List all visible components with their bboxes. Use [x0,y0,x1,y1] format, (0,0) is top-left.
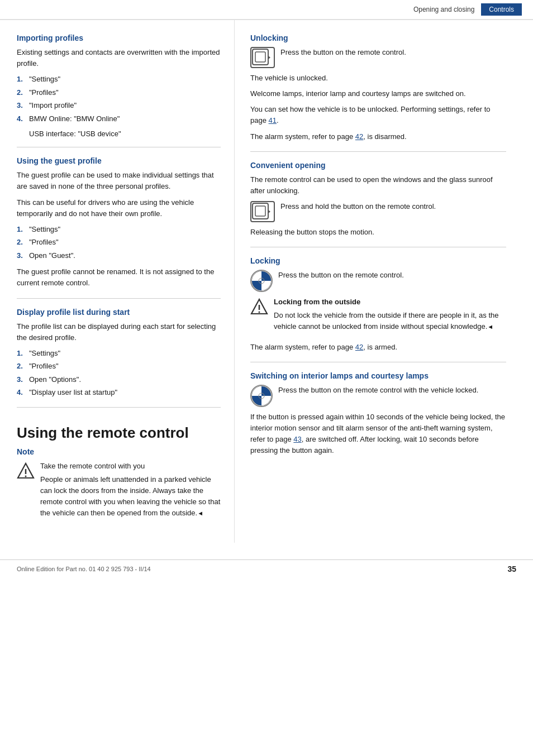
unlocking-body2: Welcome lamps, interior lamp and courtes… [250,88,506,99]
main-content: Importing profiles Existing settings and… [0,20,533,543]
interior-lamps-section: Switching on interior lamps and courtesy… [250,371,506,457]
svg-rect-7 [255,206,265,216]
list-item: 2."Profiles" [17,87,221,98]
svg-point-13 [259,312,260,313]
divider [17,298,221,299]
svg-marker-5 [268,55,270,60]
svg-point-2 [25,475,27,477]
footer-page: 35 [507,564,516,573]
list-item: 1."Settings" [17,224,221,235]
guest-profile-body1: The guest profile can be used to make in… [17,170,221,192]
unlocking-body3: You can set how the vehicle is to be unl… [250,104,506,126]
remote-unlock-icon [250,47,275,68]
locking-warning-content: Locking from the outside Do not lock the… [274,296,506,337]
convenient-opening-icon-row: Press and hold the button on the remote … [250,201,506,222]
locking-body: The alarm system, refer to page 42, is a… [250,342,506,353]
unlocking-body1: The vehicle is unlocked. [250,73,506,84]
convenient-opening-body2: Releasing the button stops the motion. [250,227,506,238]
back-triangle: ◄ [197,510,203,516]
interior-lamps-icon-row: Press the button on the remote control w… [250,385,506,407]
interior-lamps-body: If the button is pressed again within 10… [250,412,506,457]
back-triangle: ◄ [487,323,493,330]
unlocking-body4: The alarm system, refer to page 42, is d… [250,131,506,142]
top-navigation: Opening and closing Controls [0,0,533,20]
note-section: Note Take the remote control with you Pe… [17,447,221,524]
locking-warning-icon [250,298,268,315]
importing-profiles-substep: USB interface: "USB device" [17,130,221,138]
guest-profile-list: 1."Settings" 2."Profiles" 3.Open "Guest"… [17,224,221,261]
importing-profiles-heading: Importing profiles [17,34,221,42]
warning-icon [17,462,35,480]
bmw-roundel-icon [250,270,273,292]
right-column: Unlocking Press the button on the remote… [235,20,520,543]
unlocking-instruction: Press the button on the remote control. [280,47,406,58]
interior-lamps-instruction: Press the button on the remote control w… [278,385,478,396]
locking-section: Locking Press the button on the remote c… [250,256,506,353]
divider [17,147,221,147]
list-item: 2."Profiles" [17,361,221,372]
guest-profile-note: The guest profile cannot be renamed. It … [17,266,221,289]
locking-heading: Locking [250,256,506,265]
locking-warning-title: Locking from the outside [274,296,506,308]
divider [250,247,506,247]
link-page-42b[interactable]: 42 [355,343,363,351]
importing-profiles-section: Importing profiles Existing settings and… [17,34,221,138]
interior-lamps-heading: Switching on interior lamps and courtesy… [250,371,506,380]
remote-control-heading: Using the remote control [17,419,221,442]
svg-rect-6 [253,203,268,219]
note-warning-block: Take the remote control with you People … [17,461,221,524]
footer-text: Online Edition for Part no. 01 40 2 925 … [17,566,151,572]
note-warning-title: Take the remote control with you [40,461,221,472]
note-warning-line: Take the remote control with you People … [40,461,221,524]
list-item: 1."Settings" [17,348,221,359]
locking-warning-block: Locking from the outside Do not lock the… [250,296,506,337]
unlocking-icon-row: Press the button on the remote control. [250,47,506,68]
divider [17,407,221,408]
list-item: 1."Settings" [17,74,221,85]
convenient-opening-section: Convenient opening The remote control ca… [250,161,506,238]
list-item: 3.Open "Options". [17,374,221,385]
remote-hold-icon [250,201,275,222]
display-profile-body: The profile list can be displayed during… [17,321,221,343]
unlocking-heading: Unlocking [250,34,506,42]
display-profile-heading: Display profile list during start [17,308,221,317]
divider [250,151,506,152]
locking-icon-row: Press the button on the remote control. [250,270,506,292]
note-heading: Note [17,447,221,456]
svg-rect-3 [253,49,268,65]
svg-rect-4 [255,52,265,62]
nav-opening-closing[interactable]: Opening and closing [407,3,481,16]
importing-profiles-list: 1."Settings" 2."Profiles" 3."Import prof… [17,74,221,124]
link-page-42a[interactable]: 42 [355,132,363,141]
list-item: 3."Import profile" [17,100,221,111]
display-profile-list: 1."Settings" 2."Profiles" 3.Open "Option… [17,348,221,398]
link-page-41[interactable]: 41 [269,116,277,125]
display-profile-section: Display profile list during start The pr… [17,308,221,398]
list-item: 3.Open "Guest". [17,250,221,261]
locking-instruction: Press the button on the remote control. [278,270,404,281]
bmw-roundel-icon-2 [250,385,273,407]
footer: Online Edition for Part no. 01 40 2 925 … [0,559,533,578]
convenient-opening-body1: The remote control can be used to open t… [250,174,506,197]
svg-marker-8 [268,209,270,214]
list-item: 4."Display user list at startup" [17,387,221,398]
nav-controls[interactable]: Controls [481,3,522,16]
link-page-43[interactable]: 43 [293,435,301,443]
convenient-opening-instruction: Press and hold the button on the remote … [280,201,436,212]
divider [250,362,506,362]
guest-profile-body2: This can be useful for drivers who are u… [17,197,221,219]
guest-profile-heading: Using the guest profile [17,156,221,165]
note-warning-body: People or animals left unattended in a p… [40,474,221,519]
importing-profiles-body: Existing settings and contacts are overw… [17,47,221,69]
list-item: 2."Profiles" [17,237,221,248]
list-item: 4.BMW Online: "BMW Online" [17,113,221,125]
left-column: Importing profiles Existing settings and… [0,20,235,543]
guest-profile-section: Using the guest profile The guest profil… [17,156,221,289]
locking-warning-body: Do not lock the vehicle from the outside… [274,310,506,332]
unlocking-section: Unlocking Press the button on the remote… [250,34,506,142]
convenient-opening-heading: Convenient opening [250,161,506,170]
